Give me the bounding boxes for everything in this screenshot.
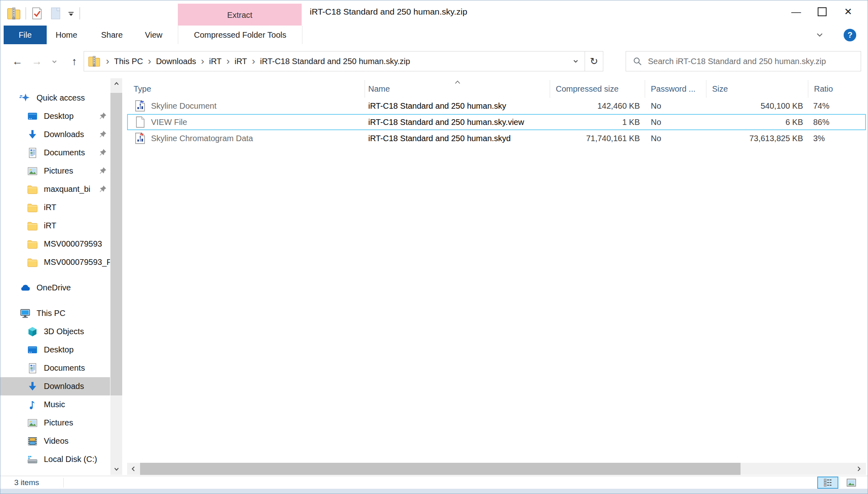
file-ratio-cell: 74% bbox=[809, 99, 865, 113]
close-button[interactable]: ✕ bbox=[835, 0, 861, 23]
tab-home[interactable]: Home bbox=[56, 26, 77, 44]
minimize-button[interactable]: — bbox=[783, 0, 809, 23]
scroll-left-button[interactable] bbox=[127, 463, 139, 475]
horizontal-scrollbar[interactable] bbox=[127, 463, 866, 475]
sidebar-scrollbar[interactable] bbox=[110, 78, 122, 464]
desktop-icon bbox=[26, 344, 39, 356]
file-compressed-size-cell: 142,460 KB bbox=[551, 99, 646, 113]
back-button[interactable]: ← bbox=[10, 44, 25, 78]
breadcrumb-item[interactable]: This PC bbox=[112, 57, 145, 66]
tab-view[interactable]: View bbox=[145, 26, 162, 44]
column-header-compressed-size[interactable]: Compressed size bbox=[550, 80, 645, 98]
column-header-ratio[interactable]: Ratio bbox=[808, 80, 866, 98]
caret-down-icon bbox=[113, 466, 120, 472]
sidebar-item-desktop[interactable]: Desktop bbox=[0, 107, 110, 125]
sidebar-item-quick-access[interactable]: Quick access bbox=[0, 89, 110, 107]
sidebar-item-irt[interactable]: iRT bbox=[0, 198, 110, 217]
sidebar-item-msv000079593-p[interactable]: MSV000079593_P bbox=[0, 253, 110, 271]
breadcrumb-item[interactable]: iRT bbox=[207, 57, 223, 66]
sidebar-item-maxquant-bi[interactable]: maxquant_bi bbox=[0, 180, 110, 198]
sidebar-item-label: maxquant_bi bbox=[44, 185, 91, 194]
up-button[interactable]: ↑ bbox=[67, 44, 82, 78]
sidebar-item-documents[interactable]: Documents bbox=[0, 359, 110, 377]
sidebar-scroll-up-button[interactable] bbox=[110, 78, 122, 89]
sidebar-item-label: Desktop bbox=[44, 345, 73, 354]
forward-button[interactable]: → bbox=[30, 44, 44, 78]
column-header-name[interactable]: Name bbox=[365, 80, 550, 98]
address-bar[interactable]: ›This PC›Downloads›iRT›iRT›iRT-C18 Stand… bbox=[84, 51, 603, 71]
desktop-icon bbox=[26, 110, 39, 122]
file-ratio-cell: 3% bbox=[809, 131, 865, 146]
navigation-pane: Quick accessDesktopDownloadsDocumentsPic… bbox=[0, 78, 110, 468]
horizontal-scrollbar-thumb[interactable] bbox=[140, 463, 741, 475]
sidebar-item-music[interactable]: Music bbox=[0, 395, 110, 414]
file-size-cell: 73,613,825 KB bbox=[707, 131, 809, 146]
sidebar-item-label: iRT bbox=[44, 221, 56, 230]
maximize-icon bbox=[818, 7, 827, 16]
sidebar-item-pictures[interactable]: Pictures bbox=[0, 414, 110, 432]
sidebar-item-this-pc[interactable]: This PC bbox=[0, 304, 110, 322]
ribbon-collapse-chevron-icon[interactable] bbox=[815, 31, 825, 39]
file-type-label: Skyline Chromatogram Data bbox=[151, 131, 253, 146]
sidebar-item-msv000079593[interactable]: MSV000079593 bbox=[0, 235, 110, 253]
recent-locations-chevron-icon[interactable] bbox=[51, 59, 58, 64]
search-box[interactable] bbox=[626, 51, 861, 71]
folder-icon bbox=[26, 202, 39, 214]
breadcrumb-item[interactable]: iRT bbox=[233, 57, 249, 66]
column-header-password[interactable]: Password ... bbox=[645, 80, 706, 98]
refresh-button[interactable]: ↻ bbox=[585, 52, 603, 71]
address-dropdown-button[interactable] bbox=[567, 52, 585, 71]
sidebar-item-pictures[interactable]: Pictures bbox=[0, 162, 110, 180]
search-icon bbox=[632, 56, 643, 67]
view-file-icon bbox=[134, 116, 147, 129]
table-row[interactable]: Skyline DocumentiRT-C18 Standard and 250… bbox=[127, 98, 866, 114]
thumbnails-view-button[interactable] bbox=[841, 477, 862, 489]
search-input[interactable] bbox=[647, 56, 861, 67]
status-separator bbox=[63, 478, 64, 488]
tab-compressed-folder-tools[interactable]: Compressed Folder Tools bbox=[178, 26, 302, 44]
column-header-type[interactable]: Type bbox=[127, 80, 365, 98]
breadcrumb-separator-icon: › bbox=[145, 56, 154, 67]
sidebar-item-desktop[interactable]: Desktop bbox=[0, 341, 110, 359]
sidebar-item-label: MSV000079593_P bbox=[44, 258, 110, 267]
sidebar-item-downloads[interactable]: Downloads bbox=[0, 125, 110, 144]
details-view-button[interactable] bbox=[817, 477, 838, 489]
help-button[interactable]: ? bbox=[844, 29, 856, 41]
sidebar-item-label: Downloads bbox=[44, 130, 84, 139]
sidebar-item-videos[interactable]: Videos bbox=[0, 432, 110, 450]
tab-share[interactable]: Share bbox=[101, 26, 123, 44]
file-name-cell: iRT-C18 Standard and 250 human.skyd bbox=[366, 131, 551, 146]
sidebar-item-3d-objects[interactable]: 3D Objects bbox=[0, 322, 110, 341]
properties-check-icon[interactable] bbox=[30, 6, 44, 20]
breadcrumb: ›This PC›Downloads›iRT›iRT›iRT-C18 Stand… bbox=[103, 52, 567, 71]
file-compressed-size-cell: 1 KB bbox=[551, 115, 646, 129]
file-compressed-size-cell: 71,740,161 KB bbox=[551, 131, 646, 146]
sidebar-scroll-down-button[interactable] bbox=[110, 464, 122, 475]
explorer-window: Extract iRT-C18 Standard and 250 human.s… bbox=[0, 0, 868, 494]
sidebar-item-local-disk-c[interactable]: Local Disk (C:) bbox=[0, 450, 110, 468]
breadcrumb-item[interactable]: Downloads bbox=[154, 57, 198, 66]
quick-access-toolbar bbox=[6, 4, 84, 22]
zip-file-icon bbox=[87, 54, 101, 68]
qat-separator bbox=[26, 7, 26, 19]
sidebar-item-label: Downloads bbox=[44, 382, 84, 391]
sort-ascending-caret-icon bbox=[454, 80, 461, 84]
table-row[interactable]: Skyline Chromatogram DataiRT-C18 Standar… bbox=[127, 130, 866, 146]
onedrive-icon bbox=[19, 282, 31, 294]
maximize-button[interactable] bbox=[809, 0, 835, 23]
skyline-document-icon bbox=[134, 99, 147, 112]
breadcrumb-item[interactable]: iRT-C18 Standard and 250 human.sky.zip bbox=[259, 57, 412, 66]
table-row[interactable]: VIEW FileiRT-C18 Standard and 250 human.… bbox=[127, 114, 866, 130]
sidebar-item-onedrive[interactable]: OneDrive bbox=[0, 279, 110, 297]
file-size-cell: 6 KB bbox=[707, 115, 809, 129]
sidebar-item-documents[interactable]: Documents bbox=[0, 144, 110, 162]
sidebar-scrollbar-thumb[interactable] bbox=[110, 93, 122, 395]
sidebar-item-downloads[interactable]: Downloads bbox=[0, 377, 110, 395]
scroll-right-button[interactable] bbox=[853, 463, 865, 475]
tab-file[interactable]: File bbox=[4, 26, 47, 44]
sidebar-item-irt[interactable]: iRT bbox=[0, 217, 110, 235]
column-header-size[interactable]: Size bbox=[706, 80, 808, 98]
downloads-icon bbox=[26, 380, 39, 393]
qat-customize-dropdown-icon[interactable] bbox=[67, 9, 76, 18]
sidebar-item-label: Pictures bbox=[44, 418, 73, 427]
